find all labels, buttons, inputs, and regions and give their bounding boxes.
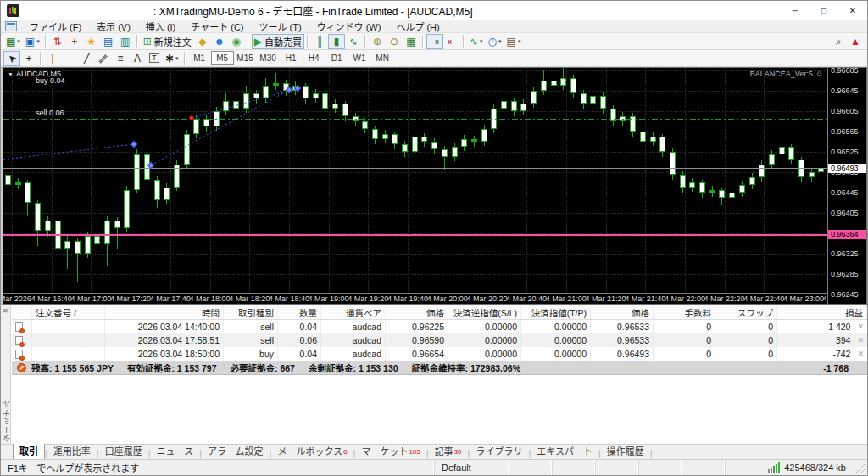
terminal-close-icon[interactable]: ✕ bbox=[3, 307, 8, 315]
sell-open-marker[interactable] bbox=[189, 115, 194, 120]
column-header-time[interactable]: 時間 bbox=[105, 305, 224, 319]
candlestick-chart-button[interactable]: ▮ bbox=[328, 34, 345, 49]
current-price-line[interactable] bbox=[3, 168, 828, 169]
tab-exposure[interactable]: 運用比率 bbox=[47, 443, 97, 459]
timeframe-m5[interactable]: M5 bbox=[211, 51, 234, 65]
scroll-up-button[interactable]: ▲ bbox=[847, 34, 864, 49]
menu-window[interactable]: ウィンドウ (W) bbox=[309, 19, 389, 34]
new-order-button[interactable]: ⊞新規注文 bbox=[141, 34, 194, 49]
tab-market[interactable]: マーケット105 bbox=[355, 443, 426, 459]
column-header-price[interactable]: 価格 bbox=[591, 305, 654, 319]
terminal-button[interactable]: ▤ bbox=[100, 34, 117, 49]
minimize-button[interactable]: ─ bbox=[781, 1, 810, 20]
metaeditor-button[interactable]: ◆ bbox=[194, 34, 211, 49]
tab-trade[interactable]: 取引 bbox=[13, 442, 45, 459]
signals-button[interactable]: ◉ bbox=[228, 34, 245, 49]
close-position-icon[interactable]: ✕ bbox=[857, 350, 864, 358]
indicators-button[interactable]: ∿▾ bbox=[467, 34, 486, 49]
autotrading-button[interactable]: ▶自動売買 bbox=[252, 34, 304, 49]
menu-charts[interactable]: チャート (C) bbox=[183, 19, 251, 34]
chevron-down-icon[interactable]: ▾ bbox=[480, 38, 483, 45]
chevron-down-icon[interactable]: ▾ bbox=[36, 38, 40, 45]
navigator-button[interactable]: ★ bbox=[83, 34, 100, 49]
data-window-button[interactable]: + bbox=[66, 34, 83, 49]
cursor-button[interactable]: ➤ bbox=[3, 51, 20, 66]
chart-plot-area[interactable]: ▼ AUDCAD,M5 BALANCEA_Ver:5 ☺ buy 0.04sel… bbox=[3, 68, 828, 293]
profiles-button[interactable]: ▣▾ bbox=[23, 34, 42, 49]
buy-order-line[interactable] bbox=[3, 87, 828, 87]
timeframe-h4[interactable]: H4 bbox=[303, 51, 326, 65]
timeframe-m15[interactable]: M15 bbox=[234, 51, 257, 65]
column-header-order-number[interactable]: 注文番号 / bbox=[32, 305, 105, 319]
column-header-tp[interactable]: 決済指値(T/P) bbox=[521, 305, 591, 319]
strategy-tester-button[interactable]: ▥ bbox=[117, 34, 134, 49]
tab-account-history[interactable]: 口座履歴 bbox=[99, 443, 148, 459]
column-header-order-icon[interactable] bbox=[12, 305, 32, 319]
timeframe-d1[interactable]: D1 bbox=[326, 51, 348, 65]
shapes-button[interactable]: ✱▾ bbox=[163, 51, 181, 66]
column-header-profit[interactable]: 損益 bbox=[777, 305, 867, 319]
orders-table-header[interactable]: 注文番号 /時間取引種別数量通貨ペア価格決済逆指値(S/L)決済指値(T/P)価… bbox=[12, 305, 867, 320]
column-header-swap[interactable]: スワップ bbox=[715, 305, 777, 319]
line-chart-button[interactable]: ∿ bbox=[345, 34, 362, 49]
menu-insert[interactable]: 挿入 (I) bbox=[138, 19, 183, 34]
fibonacci-button[interactable]: ≡ bbox=[112, 51, 129, 66]
community-button[interactable]: ☻ bbox=[211, 34, 228, 49]
close-button[interactable]: ✕ bbox=[838, 1, 867, 20]
chevron-down-icon[interactable]: ▾ bbox=[175, 55, 179, 62]
new-chart-button[interactable]: ▦▾ bbox=[3, 34, 23, 49]
chart-window[interactable]: ▼ AUDCAD,M5 BALANCEA_Ver:5 ☺ buy 0.04sel… bbox=[1, 67, 867, 305]
horizontal-line-button[interactable]: — bbox=[61, 51, 78, 66]
tab-articles[interactable]: 記事30 bbox=[429, 443, 468, 459]
order-row[interactable]: 2026.03.04 18:50:00buy0.04audcad0.966540… bbox=[12, 347, 867, 361]
chevron-down-icon[interactable]: ▾ bbox=[17, 38, 20, 45]
indicator-level-line[interactable] bbox=[3, 234, 828, 236]
timeframe-mn[interactable]: MN bbox=[371, 51, 394, 65]
label-button[interactable]: T bbox=[146, 51, 163, 66]
crosshair-button[interactable]: + bbox=[20, 51, 37, 66]
close-position-icon[interactable]: ✕ bbox=[857, 336, 864, 344]
order-row[interactable]: 2026.03.04 14:40:00sell0.04audcad0.96225… bbox=[12, 320, 867, 333]
column-header-open-price[interactable]: 価格 bbox=[386, 305, 448, 319]
column-header-volume[interactable]: 数量 bbox=[278, 305, 321, 319]
order-row[interactable]: 2026.03.04 17:58:51sell0.06audcad0.96590… bbox=[12, 333, 867, 347]
trade-marker-diamond[interactable] bbox=[286, 87, 292, 93]
zoom-out-button[interactable]: ⊖ bbox=[386, 34, 403, 49]
time-axis[interactable]: 4 Mar 20264 Mar 16:404 Mar 17:004 Mar 17… bbox=[3, 293, 827, 304]
text-button[interactable]: A bbox=[129, 51, 146, 66]
timeframe-m1[interactable]: M1 bbox=[188, 51, 211, 65]
status-profile[interactable]: Default bbox=[435, 460, 509, 475]
menu-file[interactable]: ファイル (F) bbox=[22, 19, 89, 34]
maximize-button[interactable]: □ bbox=[810, 1, 838, 20]
timeframe-h1[interactable]: H1 bbox=[280, 51, 303, 65]
resize-grip[interactable] bbox=[854, 462, 865, 473]
timeframe-w1[interactable]: W1 bbox=[348, 51, 371, 65]
tab-experts[interactable]: エキスパート bbox=[531, 443, 598, 459]
trend-line-button[interactable]: ╱ bbox=[78, 51, 95, 66]
menu-tools[interactable]: ツール (T) bbox=[252, 19, 309, 34]
price-axis[interactable]: 0.966850.966450.966050.965650.965250.964… bbox=[827, 68, 866, 304]
tile-windows-button[interactable]: ▦ bbox=[403, 34, 420, 49]
periods-button[interactable]: ◷▾ bbox=[486, 34, 504, 49]
chart-shift-button[interactable]: ⇤ bbox=[443, 34, 460, 49]
market-watch-button[interactable]: ⇅ bbox=[49, 34, 66, 49]
menu-help[interactable]: ヘルプ (H) bbox=[388, 19, 447, 34]
templates-button[interactable]: ▤▾ bbox=[504, 34, 524, 49]
auto-scroll-button[interactable]: ⇥ bbox=[426, 34, 443, 49]
vertical-line-button[interactable]: | bbox=[44, 51, 61, 66]
column-header-type[interactable]: 取引種別 bbox=[224, 305, 278, 319]
search-button[interactable]: ⌕ bbox=[830, 34, 847, 49]
bar-chart-button[interactable]: ║ bbox=[311, 34, 328, 49]
timeframe-m30[interactable]: M30 bbox=[257, 51, 280, 65]
channel-button[interactable]: ∥ bbox=[95, 51, 112, 66]
chevron-down-icon[interactable]: ▾ bbox=[518, 38, 521, 45]
column-header-symbol[interactable]: 通貨ペア bbox=[321, 305, 386, 319]
tab-mailbox[interactable]: メールボックス6 bbox=[271, 443, 353, 459]
tab-news[interactable]: ニュース bbox=[151, 443, 199, 459]
menu-view[interactable]: 表示 (V) bbox=[89, 19, 138, 34]
chevron-down-icon[interactable]: ▾ bbox=[498, 38, 502, 45]
zoom-in-button[interactable]: ⊕ bbox=[369, 34, 386, 49]
close-position-icon[interactable]: ✕ bbox=[857, 322, 864, 331]
tab-journal[interactable]: 操作履歴 bbox=[601, 443, 650, 459]
sell-order-line[interactable] bbox=[3, 119, 828, 120]
